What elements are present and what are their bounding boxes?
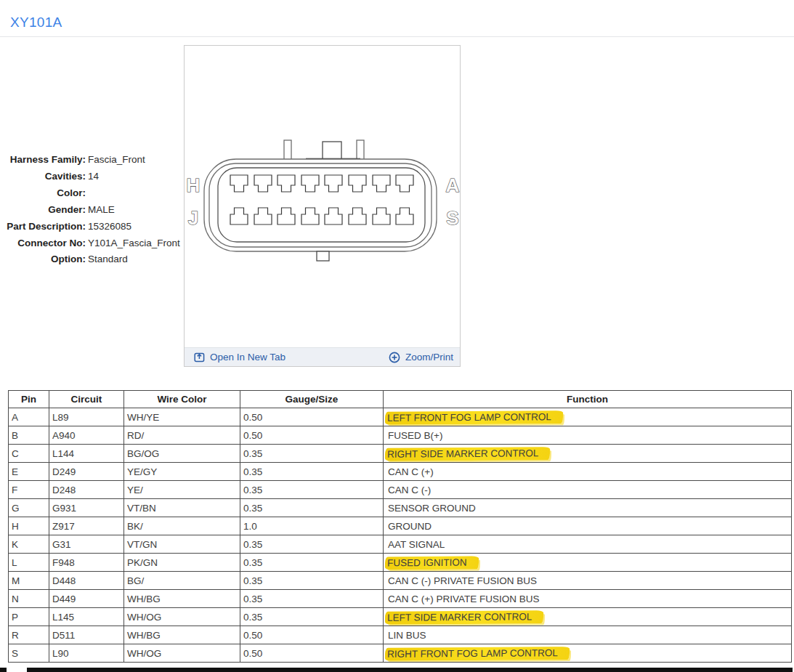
function-text: SENSOR GROUND — [386, 503, 477, 514]
metadata-label: Cavities: — [4, 169, 86, 185]
cell-gauge-size: 0.35 — [240, 499, 384, 517]
cell-circuit: L144 — [49, 445, 124, 463]
connector-metadata: Harness Family: Fascia_Front Cavities: 1… — [4, 152, 183, 268]
bottom-scrollbar[interactable] — [27, 668, 793, 672]
header-function: Function — [384, 391, 792, 408]
cell-function: GROUND — [384, 517, 792, 535]
cell-wire-color: BK/ — [124, 517, 240, 535]
cell-wire-color: VT/GN — [124, 535, 240, 554]
cell-wire-color: BG/ — [124, 572, 240, 590]
metadata-label: Color: — [4, 185, 86, 202]
table-row: A L89 WH/YE 0.50 LEFT FRONT FOG LAMP CON… — [9, 408, 792, 426]
cell-gauge-size: 0.50 — [240, 644, 384, 663]
top-tab-left — [284, 140, 291, 160]
table-row: F D248 YE/ 0.35 CAN C (-) — [9, 481, 792, 499]
cell-pin: S — [9, 644, 49, 663]
zoom-plus-icon — [389, 352, 400, 363]
cell-wire-color: WH/BG — [124, 590, 240, 608]
metadata-row: Part Description: 15326085 — [4, 219, 183, 235]
image-toolbar: Open In New Tab Zoom/Print — [185, 347, 460, 366]
metadata-row: Gender: MALE — [4, 202, 183, 219]
table-row: G G931 VT/BN 0.35 SENSOR GROUND — [9, 499, 792, 517]
cell-pin: N — [9, 590, 49, 608]
connector-image-panel: H A J S Open In New Tab — [184, 45, 461, 367]
metadata-value: Fascia_Front — [88, 152, 145, 169]
cell-pin: H — [9, 517, 49, 535]
page-title: XY101A — [10, 15, 62, 31]
cell-circuit: A940 — [49, 426, 124, 445]
cell-function: AAT SIGNAL — [384, 535, 792, 554]
metadata-label: Option: — [4, 251, 86, 268]
cell-function: SENSOR GROUND — [384, 499, 792, 517]
metadata-label: Part Description: — [4, 219, 86, 235]
table-row: L F948 PK/GN 0.35 FUSED IGNITION — [9, 554, 792, 572]
metadata-row: Color: — [4, 185, 183, 202]
pin-row-label-bottom-right: S — [446, 207, 458, 229]
cell-circuit: D449 — [49, 590, 124, 608]
metadata-value: Y101A_Fascia_Front — [88, 235, 180, 252]
cell-pin: M — [9, 572, 49, 590]
connector-face-drawing: H A J S — [185, 46, 460, 347]
function-text: FUSED B(+) — [386, 430, 444, 441]
cell-circuit: G31 — [49, 535, 124, 554]
cell-circuit: L145 — [49, 608, 124, 626]
table-row: C L144 BG/OG 0.35 RIGHT SIDE MARKER CONT… — [9, 445, 792, 463]
cell-wire-color: YE/GY — [124, 463, 240, 481]
metadata-label: Gender: — [4, 202, 86, 219]
metadata-value: MALE — [88, 202, 115, 219]
cell-circuit: F948 — [49, 554, 124, 572]
cell-gauge-size: 0.35 — [240, 481, 384, 499]
cell-wire-color: WH/YE — [124, 408, 240, 426]
function-text: CAN C (-) — [386, 485, 432, 495]
body-face — [218, 168, 425, 242]
cell-gauge-size: 0.35 — [240, 608, 384, 626]
cell-gauge-size: 0.35 — [240, 554, 384, 572]
cell-circuit: G931 — [49, 499, 124, 517]
zoom-print-link[interactable]: Zoom/Print — [389, 352, 453, 363]
metadata-row: Cavities: 14 — [4, 169, 183, 185]
cell-gauge-size: 0.50 — [240, 626, 384, 644]
header-wire-color: Wire Color — [124, 391, 240, 408]
cell-function: FUSED B(+) — [384, 426, 792, 445]
title-divider — [0, 36, 794, 37]
pin-row-label-top-right: A — [446, 174, 460, 196]
metadata-value: 15326085 — [88, 219, 131, 235]
header-gauge-size: Gauge/Size — [240, 391, 384, 408]
open-in-new-tab-icon — [194, 352, 205, 363]
cell-pin: R — [9, 626, 49, 644]
function-text: FUSED IGNITION — [385, 556, 479, 570]
table-row: P L145 WH/OG 0.35 LEFT SIDE MARKER CONTR… — [9, 608, 792, 626]
table-row: E D249 YE/GY 0.35 CAN C (+) — [9, 463, 792, 481]
bottom-scrollbar-end — [0, 668, 7, 672]
table-row: B A940 RD/ 0.50 FUSED B(+) — [9, 426, 792, 445]
cell-wire-color: WH/OG — [124, 608, 240, 626]
table-row: K G31 VT/GN 0.35 AAT SIGNAL — [9, 535, 792, 554]
cell-function: CAN C (-) PRIVATE FUSION BUS — [384, 572, 792, 590]
cell-gauge-size: 0.50 — [240, 426, 384, 445]
table-row: R D511 WH/BG 0.50 LIN BUS — [9, 626, 792, 644]
zoom-print-label: Zoom/Print — [405, 352, 453, 363]
metadata-row: Harness Family: Fascia_Front — [4, 152, 183, 169]
cell-gauge-size: 0.50 — [240, 408, 384, 426]
table-row: H Z917 BK/ 1.0 GROUND — [9, 517, 792, 535]
metadata-row: Option: Standard — [4, 251, 183, 268]
function-text: AAT SIGNAL — [386, 539, 446, 550]
cell-function: RIGHT SIDE MARKER CONTROL — [384, 445, 792, 463]
header-pin: Pin — [9, 391, 49, 408]
function-text: LEFT FRONT FOG LAMP CONTROL — [385, 410, 563, 425]
bottom-tab — [317, 251, 329, 261]
open-in-new-tab-link[interactable]: Open In New Tab — [194, 352, 285, 363]
open-in-new-tab-label: Open In New Tab — [210, 352, 285, 363]
function-text: LIN BUS — [386, 630, 428, 641]
cell-pin: E — [9, 463, 49, 481]
cell-circuit: D448 — [49, 572, 124, 590]
function-text: LEFT SIDE MARKER CONTROL — [385, 610, 544, 625]
table-row: M D448 BG/ 0.35 CAN C (-) PRIVATE FUSION… — [9, 572, 792, 590]
function-text: CAN C (+) — [386, 466, 435, 477]
connector-detail-page: XY101A Harness Family: Fascia_Front Cavi… — [0, 0, 794, 672]
pin-row-label-top-left: H — [187, 174, 200, 196]
cell-wire-color: WH/OG — [124, 644, 240, 663]
pinout-table-body: A L89 WH/YE 0.50 LEFT FRONT FOG LAMP CON… — [9, 408, 792, 663]
cell-gauge-size: 1.0 — [240, 517, 384, 535]
function-text: RIGHT FRONT FOG LAMP CONTROL — [385, 647, 570, 661]
